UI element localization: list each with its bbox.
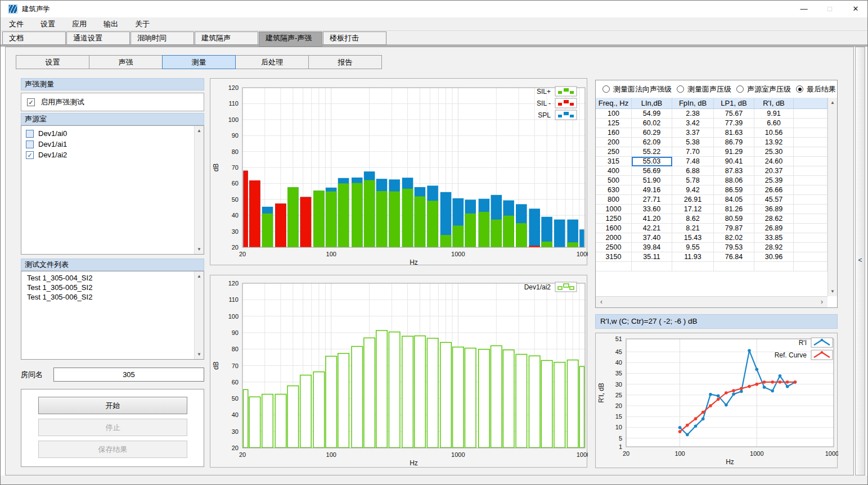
table-cell[interactable]: 9.42 (672, 185, 714, 195)
table-cell[interactable]: 800 (596, 195, 632, 205)
table-cell[interactable]: 2000 (596, 233, 632, 243)
menu-item-0[interactable]: 文件 (1, 17, 32, 30)
tab-3[interactable]: 建筑隔声 (195, 31, 258, 45)
scroll-down-icon[interactable]: ▼ (828, 287, 837, 296)
table-cell[interactable] (794, 176, 827, 185)
table-cell[interactable]: 400 (596, 166, 632, 176)
table-cell[interactable] (794, 147, 827, 157)
table-cell[interactable]: 7.70 (672, 147, 714, 157)
table-cell[interactable]: 33.85 (754, 233, 794, 243)
table-cell[interactable]: 315 (596, 157, 632, 166)
scroll-right-icon[interactable]: › (817, 297, 826, 307)
channel-checkbox[interactable] (26, 130, 34, 138)
table-cell[interactable]: 60.29 (632, 128, 672, 138)
table-cell[interactable] (672, 262, 714, 271)
menu-item-4[interactable]: 关于 (127, 17, 158, 30)
table-cell[interactable]: 100 (596, 109, 632, 119)
radio-option-3[interactable]: 最后结果 (796, 84, 836, 94)
table-cell[interactable]: 82.02 (714, 233, 754, 243)
radio-icon[interactable] (677, 85, 684, 93)
table-cell[interactable]: 81.63 (714, 128, 754, 138)
table-cell[interactable]: 15.43 (672, 233, 714, 243)
table-cell[interactable]: 25.39 (754, 176, 794, 185)
table-cell[interactable]: 55.22 (632, 147, 672, 157)
radio-option-0[interactable]: 测量面法向声强级 (602, 84, 672, 94)
table-cell[interactable] (794, 138, 827, 147)
table-cell[interactable]: 26.66 (754, 185, 794, 195)
table-cell[interactable] (794, 243, 827, 252)
scroll-down-icon[interactable]: ▼ (195, 350, 204, 359)
channel-list-scrollbar[interactable]: ▲ ▼ (194, 126, 204, 254)
scroll-left-icon[interactable]: ‹ (597, 297, 606, 307)
table-cell[interactable]: 9.55 (672, 243, 714, 252)
tab-5[interactable]: 楼板打击 (323, 31, 386, 45)
table-cell[interactable] (794, 252, 827, 262)
table-cell[interactable]: 79.53 (714, 243, 754, 252)
table-cell[interactable]: 3.37 (672, 128, 714, 138)
table-cell[interactable] (794, 128, 827, 138)
table-cell[interactable] (596, 262, 632, 271)
menu-item-3[interactable]: 输出 (95, 17, 127, 30)
table-cell[interactable]: 86.79 (714, 138, 754, 147)
table-cell[interactable] (794, 262, 827, 271)
subtab-0[interactable]: 设置 (16, 55, 89, 69)
radio-icon[interactable] (602, 85, 610, 93)
table-cell[interactable]: 1250 (596, 214, 632, 224)
table-cell[interactable]: 51.90 (632, 176, 672, 185)
table-cell[interactable]: 5.78 (672, 176, 714, 185)
table-cell[interactable] (794, 205, 827, 214)
scroll-up-icon[interactable]: ▲ (195, 272, 204, 280)
table-cell[interactable]: 39.84 (632, 243, 672, 252)
table-cell[interactable]: 54.99 (632, 109, 672, 119)
table-cell[interactable]: 10.56 (754, 128, 794, 138)
radio-option-2[interactable]: 声源室声压级 (736, 84, 791, 94)
table-cell[interactable]: 1000 (596, 205, 632, 214)
table-cell[interactable]: 17.12 (672, 205, 714, 214)
table-cell[interactable]: 26.89 (754, 224, 794, 233)
table-cell[interactable]: 25.30 (754, 147, 794, 157)
file-list-scrollbar[interactable]: ▲ ▼ (194, 271, 204, 359)
subtab-1[interactable]: 声强 (89, 55, 163, 69)
table-cell[interactable]: 75.67 (714, 109, 754, 119)
tab-0[interactable]: 文档 (2, 31, 66, 45)
subtab-2[interactable]: 测量 (162, 55, 236, 69)
table-cell[interactable]: 8.21 (672, 224, 714, 233)
scroll-up-icon[interactable]: ▲ (828, 98, 837, 107)
table-vscrollbar[interactable]: ▲ ▼ (827, 98, 837, 296)
table-cell[interactable] (714, 262, 754, 271)
table-cell[interactable]: 81.26 (714, 205, 754, 214)
channel-item-2[interactable]: ✓Dev1/ai2 (21, 149, 194, 160)
file-item-1[interactable]: Test 1_305-005_SI2 (21, 283, 194, 292)
channel-checkbox[interactable] (26, 140, 34, 148)
table-cell[interactable]: 3150 (596, 252, 632, 262)
table-hscrollbar[interactable]: ‹ › (596, 296, 827, 307)
table-cell[interactable]: 79.87 (714, 224, 754, 233)
table-cell[interactable]: 87.83 (714, 166, 754, 176)
tab-4[interactable]: 建筑隔声-声强 (259, 31, 322, 47)
table-cell[interactable]: 41.20 (632, 214, 672, 224)
table-cell[interactable]: 24.60 (754, 157, 794, 166)
table-cell[interactable]: 33.60 (632, 205, 672, 214)
table-cell[interactable] (794, 119, 827, 128)
file-item-2[interactable]: Test 1_305-006_SI2 (21, 292, 194, 302)
tab-1[interactable]: 通道设置 (66, 31, 130, 45)
menu-item-2[interactable]: 应用 (64, 17, 95, 30)
table-cell[interactable]: 37.40 (632, 233, 672, 243)
tab-2[interactable]: 混响时间 (131, 31, 194, 45)
table-cell[interactable]: 11.93 (672, 252, 714, 262)
table-cell[interactable]: 28.62 (754, 214, 794, 224)
table-cell[interactable] (794, 214, 827, 224)
table-cell[interactable]: 1600 (596, 224, 632, 233)
close-button[interactable]: ✕ (843, 1, 868, 17)
table-cell[interactable] (754, 262, 794, 271)
room-name-input[interactable] (53, 368, 204, 382)
table-cell[interactable]: 250 (596, 147, 632, 157)
table-cell[interactable]: 30.96 (754, 252, 794, 262)
table-cell[interactable]: 7.48 (672, 157, 714, 166)
scroll-down-icon[interactable]: ▼ (195, 245, 204, 253)
table-cell[interactable]: 125 (596, 119, 632, 128)
table-cell[interactable] (794, 157, 827, 166)
table-cell[interactable]: 91.29 (714, 147, 754, 157)
table-cell[interactable]: 84.05 (714, 195, 754, 205)
side-panel-collapse-strip[interactable]: < (855, 47, 865, 475)
